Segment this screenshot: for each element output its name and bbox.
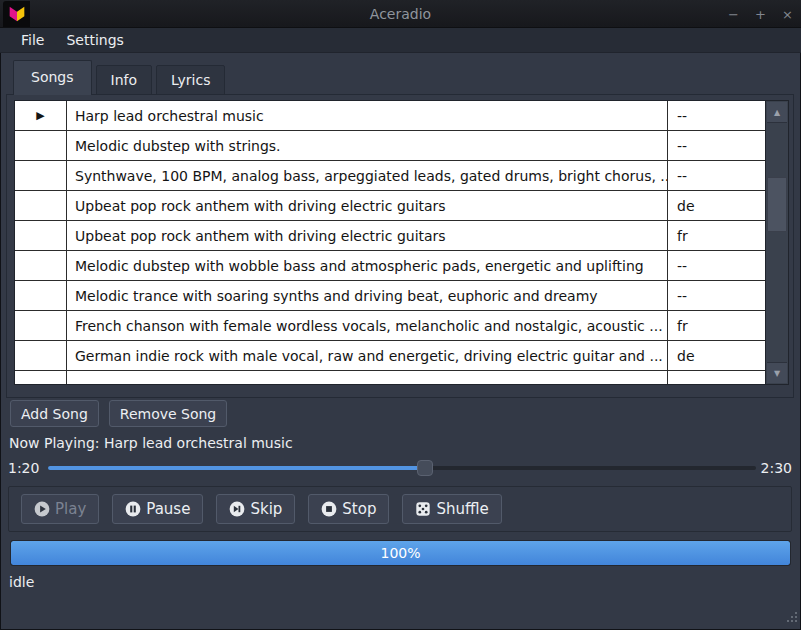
shuffle-dice-icon [415,501,431,517]
pause-circle-icon [125,501,141,517]
seek-handle[interactable] [417,460,433,476]
tab-lyrics[interactable]: Lyrics [156,65,225,95]
time-elapsed: 1:20 [8,456,39,480]
table-row[interactable]: French chanson with female wordless voca… [15,311,765,341]
row-playing-indicator [15,251,67,280]
row-song-language: -- [667,281,765,310]
add-song-button[interactable]: Add Song [10,400,99,427]
scrollbar-thumb[interactable] [767,177,787,232]
tab-bar: Songs Info Lyrics [13,60,229,95]
row-playing-indicator [15,191,67,220]
close-button[interactable]: × [778,7,797,22]
skip-circle-icon [229,501,245,517]
table-row[interactable]: German indie rock with male vocal, raw a… [15,341,765,371]
table-row[interactable]: Melodic dubstep with wobble bass and atm… [15,251,765,281]
row-song-language: -- [667,101,765,130]
window-controls: − + × [724,0,797,28]
playback-controls-frame: Play Pause Skip Stop Shuffle [8,486,792,532]
table-row[interactable]: Upbeat pop rock anthem with driving elec… [15,221,765,251]
row-song-language: -- [667,251,765,280]
row-playing-indicator [15,131,67,160]
now-playing-label: Now Playing: Harp lead orchestral music [9,435,293,451]
stop-circle-icon [321,501,337,517]
skip-label: Skip [250,500,282,518]
resize-grip-icon[interactable] [785,608,798,627]
seek-slider[interactable] [48,466,756,470]
row-song-language: -- [667,161,765,190]
row-song-title: Melodic dubstep with strings. [67,131,667,160]
table-row[interactable]: Upbeat pop rock anthem with driving elec… [15,191,765,221]
table-scrollbar[interactable]: ▲ ▼ [766,100,789,385]
table-row[interactable]: Melodic dubstep with strings. -- [15,131,765,161]
row-song-title [67,371,667,385]
row-song-title: Melodic trance with soaring synths and d… [67,281,667,310]
table-row[interactable] [15,371,765,385]
stop-button[interactable]: Stop [308,494,389,524]
row-playing-indicator [15,221,67,250]
time-total: 2:30 [761,456,792,480]
window-title: Aceradio [0,0,801,28]
row-playing-indicator [15,311,67,340]
row-playing-indicator [15,161,67,190]
row-song-title: Harp lead orchestral music [67,101,667,130]
row-playing-indicator: ▶ [15,101,67,130]
status-label: idle [9,574,34,590]
menu-item-settings[interactable]: Settings [57,28,132,53]
skip-button[interactable]: Skip [216,494,295,524]
progress-label: 100% [380,545,420,561]
progress-bar: 100% [10,540,791,566]
songs-table: ▶ Harp lead orchestral music -- Melodic … [14,100,766,385]
seek-row: 1:20 2:30 [0,456,801,480]
row-playing-indicator [15,281,67,310]
row-song-title: Synthwave, 100 BPM, analog bass, arpeggi… [67,161,667,190]
songs-table-area: ▶ Harp lead orchestral music -- Melodic … [14,100,789,385]
tab-songs[interactable]: Songs [13,60,92,95]
maximize-button[interactable]: + [751,7,770,22]
row-song-title: Upbeat pop rock anthem with driving elec… [67,221,667,250]
scroll-down-icon[interactable]: ▼ [767,362,787,383]
app-window: Aceradio − + × File Settings Songs Info … [0,0,801,630]
row-song-language: de [667,341,765,370]
remove-song-button[interactable]: Remove Song [109,400,227,427]
shuffle-button[interactable]: Shuffle [402,494,501,524]
play-circle-icon [34,501,50,517]
table-row[interactable]: ▶ Harp lead orchestral music -- [15,101,765,131]
row-song-title: German indie rock with male vocal, raw a… [67,341,667,370]
menu-item-file[interactable]: File [12,28,53,53]
row-song-language: -- [667,131,765,160]
table-row[interactable]: Synthwave, 100 BPM, analog bass, arpeggi… [15,161,765,191]
progress-fill: 100% [11,541,790,565]
row-song-title: Upbeat pop rock anthem with driving elec… [67,191,667,220]
titlebar: Aceradio − + × [0,0,801,28]
stop-label: Stop [342,500,376,518]
pause-button[interactable]: Pause [112,494,203,524]
row-song-language: fr [667,221,765,250]
minimize-button[interactable]: − [724,7,743,22]
row-song-title: Melodic dubstep with wobble bass and atm… [67,251,667,280]
row-song-title: French chanson with female wordless voca… [67,311,667,340]
menubar: File Settings [0,28,801,53]
play-button[interactable]: Play [21,494,99,524]
tab-info[interactable]: Info [96,65,153,95]
play-label: Play [55,500,86,518]
row-playing-indicator [15,371,67,385]
pause-label: Pause [146,500,190,518]
row-playing-indicator [15,341,67,370]
seek-fill [48,466,425,470]
library-buttons: Add Song Remove Song [10,400,227,427]
remove-song-label: Remove Song [120,406,216,422]
row-song-language: de [667,191,765,220]
row-song-language [667,371,765,385]
table-row[interactable]: Melodic trance with soaring synths and d… [15,281,765,311]
row-song-language: fr [667,311,765,340]
shuffle-label: Shuffle [436,500,488,518]
add-song-label: Add Song [21,406,88,422]
scroll-up-icon[interactable]: ▲ [767,102,787,123]
